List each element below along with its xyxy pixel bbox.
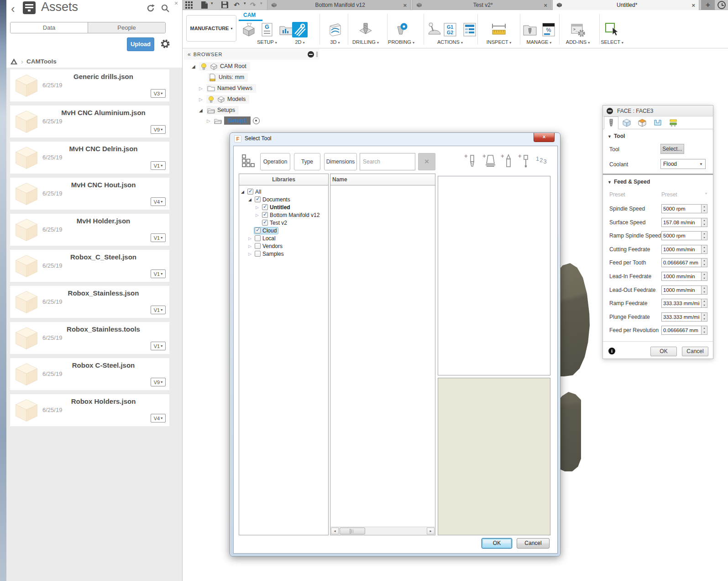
face-panel-header[interactable]: FACE : FACE3 bbox=[603, 106, 713, 116]
tool-section-header[interactable]: ▼Tool bbox=[608, 133, 625, 139]
new-probe-button[interactable]: + bbox=[518, 153, 534, 169]
spinner-control[interactable]: ▴▾ bbox=[702, 326, 707, 335]
face-ok-button[interactable]: OK bbox=[650, 347, 677, 356]
addins-scripts-icon[interactable]: >_ bbox=[570, 22, 586, 37]
recent-clock-icon[interactable] bbox=[718, 1, 726, 9]
upload-button[interactable]: Upload bbox=[127, 37, 154, 51]
tree-node-vendors[interactable]: ▷ Vendors bbox=[248, 242, 284, 250]
tree-node-untitled[interactable]: ▷ ✓ Untitled bbox=[256, 203, 292, 211]
checkbox-checked[interactable]: ✓ bbox=[262, 204, 268, 210]
asset-card[interactable]: MvH CNC Hout.json 6/25/19 V4 ▾ bbox=[10, 178, 169, 210]
collapsed-icon[interactable]: ▷ bbox=[256, 213, 262, 217]
node-label-selected[interactable]: Setup1 bbox=[224, 116, 251, 125]
spinner-control[interactable]: ▴▾ bbox=[702, 258, 707, 267]
asset-version-dropdown[interactable]: V9 ▾ bbox=[151, 378, 166, 386]
asset-card[interactable]: MvH Holder.json 6/25/19 V1 ▾ bbox=[10, 214, 169, 246]
hide-all-icon[interactable] bbox=[308, 51, 314, 58]
filter-dimensions-button[interactable]: Dimensions bbox=[324, 153, 357, 170]
setup-folder-icon[interactable] bbox=[278, 22, 294, 37]
breadcrumb-folder[interactable]: CAMTools bbox=[26, 58, 57, 65]
browser-resize-grip[interactable] bbox=[316, 52, 318, 57]
asset-card[interactable]: Robox_Stainless.tools 6/25/19 V1 ▾ bbox=[10, 322, 169, 354]
new-mill-tool-button[interactable]: + bbox=[464, 153, 480, 169]
asset-version-dropdown[interactable]: V9 ▾ bbox=[151, 125, 166, 134]
close-tab-icon[interactable]: × bbox=[544, 2, 547, 9]
info-icon[interactable]: i bbox=[608, 348, 615, 354]
tree-node-documents[interactable]: ◢ ✓ Documents bbox=[248, 195, 292, 203]
browser-node-units[interactable]: Units: mm bbox=[208, 73, 248, 82]
tool-hierarchy-icon[interactable] bbox=[242, 154, 255, 167]
browser-node-named-views[interactable]: ▷ Named Views bbox=[199, 84, 256, 93]
search-icon[interactable] bbox=[161, 4, 170, 13]
tree-node-cloud[interactable]: ✓ Cloud bbox=[248, 227, 278, 234]
spinner-control[interactable]: ▴▾ bbox=[702, 204, 707, 213]
close-tab-icon[interactable]: × bbox=[403, 2, 407, 9]
visibility-bulb-icon[interactable] bbox=[207, 95, 215, 103]
dialog-cancel-button[interactable]: Cancel bbox=[517, 538, 550, 549]
tab-tool[interactable] bbox=[604, 116, 618, 129]
spinner-control[interactable]: ▴▾ bbox=[702, 245, 707, 254]
checkbox-checked[interactable]: ✓ bbox=[247, 189, 253, 195]
redo-icon[interactable]: ↷ bbox=[250, 1, 256, 9]
feed-speed-section-header[interactable]: ▼Feed & Speed bbox=[608, 179, 650, 185]
tab-heights[interactable] bbox=[635, 116, 649, 129]
tab-people[interactable]: People bbox=[88, 22, 165, 33]
asset-version-dropdown[interactable]: V1 ▾ bbox=[151, 161, 166, 170]
asset-card[interactable]: Robox Holders.json 6/25/19 V4 ▾ bbox=[10, 394, 169, 426]
doc-tab-bottom-manifold[interactable]: Bottom Manifold v12 × bbox=[267, 0, 411, 10]
expanded-icon[interactable]: ◢ bbox=[192, 64, 197, 69]
renumber-tools-button[interactable]: 123 bbox=[536, 155, 547, 162]
new-turning-tool-button[interactable]: + bbox=[501, 153, 516, 169]
collapsed-icon[interactable]: ▷ bbox=[199, 86, 204, 91]
visibility-bulb-icon[interactable] bbox=[200, 63, 208, 70]
asset-version-dropdown[interactable]: V4 ▾ bbox=[151, 414, 166, 423]
collapsed-icon[interactable]: ▷ bbox=[199, 97, 204, 102]
setup-sheet-icon[interactable] bbox=[462, 22, 477, 37]
scroll-right-arrow[interactable]: ▸ bbox=[427, 528, 435, 534]
group-label-actions[interactable]: ACTIONS ▾ bbox=[431, 39, 469, 45]
undo-caret-icon[interactable]: ▾ bbox=[244, 1, 246, 5]
checkbox-unchecked[interactable] bbox=[255, 251, 261, 257]
coolant-dropdown[interactable]: Flood ▼ bbox=[660, 159, 706, 169]
group-label-manage[interactable]: MANAGE ▾ bbox=[520, 39, 558, 45]
refresh-icon[interactable] bbox=[146, 4, 155, 13]
tool-select-button[interactable]: Select... bbox=[660, 144, 684, 154]
feed-row-input[interactable] bbox=[661, 218, 702, 227]
ribbon-tab-cam[interactable]: CAM bbox=[243, 12, 256, 18]
feed-row-input[interactable] bbox=[661, 312, 702, 322]
filter-type-button[interactable]: Type bbox=[294, 153, 320, 170]
undo-icon[interactable]: ↶ bbox=[234, 1, 240, 9]
spinner-control[interactable]: ▴▾ bbox=[702, 312, 707, 322]
workspace-selector[interactable]: MANUFACTURE ▾ bbox=[186, 15, 236, 42]
checkbox-unchecked[interactable] bbox=[255, 235, 261, 241]
asset-card[interactable]: MvH CNC Delrin.json 6/25/19 V1 ▾ bbox=[10, 142, 169, 174]
filter-operation-button[interactable]: Operation bbox=[260, 153, 290, 170]
expanded-icon[interactable]: ◢ bbox=[241, 190, 247, 194]
asset-version-dropdown[interactable]: V1 ▾ bbox=[151, 269, 166, 278]
new-setup-icon[interactable] bbox=[241, 22, 257, 37]
asset-card[interactable]: Robox C-Steel.json 6/25/19 V9 ▾ bbox=[10, 358, 169, 390]
feed-row-input[interactable] bbox=[661, 204, 702, 213]
group-label-inspect[interactable]: INSPECT ▾ bbox=[480, 39, 518, 45]
horizontal-scrollbar[interactable]: ◂ ▸ bbox=[331, 527, 435, 534]
select-cursor-icon[interactable] bbox=[604, 22, 620, 37]
checkbox-unchecked[interactable] bbox=[255, 243, 261, 249]
new-tab-button[interactable]: + bbox=[701, 0, 715, 10]
tree-node-samples[interactable]: ▷ Samples bbox=[248, 250, 285, 258]
tab-data[interactable]: Data bbox=[10, 22, 88, 33]
asset-version-dropdown[interactable]: V1 ▾ bbox=[151, 342, 166, 350]
browser-panel-header[interactable]: « BROWSER bbox=[184, 49, 319, 60]
2d-milling-icon[interactable] bbox=[292, 22, 308, 37]
minimize-panel-icon[interactable] bbox=[607, 108, 613, 114]
checkbox-checked[interactable]: ✓ bbox=[262, 220, 268, 226]
collapsed-icon[interactable]: ▷ bbox=[248, 252, 254, 256]
new-holder-button[interactable]: + bbox=[482, 153, 498, 169]
file-icon[interactable] bbox=[201, 1, 208, 9]
asset-card[interactable]: Robox_Stainless.json 6/25/19 V1 ▾ bbox=[10, 286, 169, 318]
gear-icon[interactable] bbox=[160, 38, 171, 49]
spinner-control[interactable]: ▴▾ bbox=[702, 231, 707, 240]
doc-tab-test-v2[interactable]: Test v2* × bbox=[412, 0, 551, 10]
machining-time-icon[interactable]: % bbox=[541, 22, 556, 37]
checkbox-checked[interactable]: ✓ bbox=[255, 196, 261, 202]
browser-node-models[interactable]: ▷ Models bbox=[199, 95, 249, 104]
